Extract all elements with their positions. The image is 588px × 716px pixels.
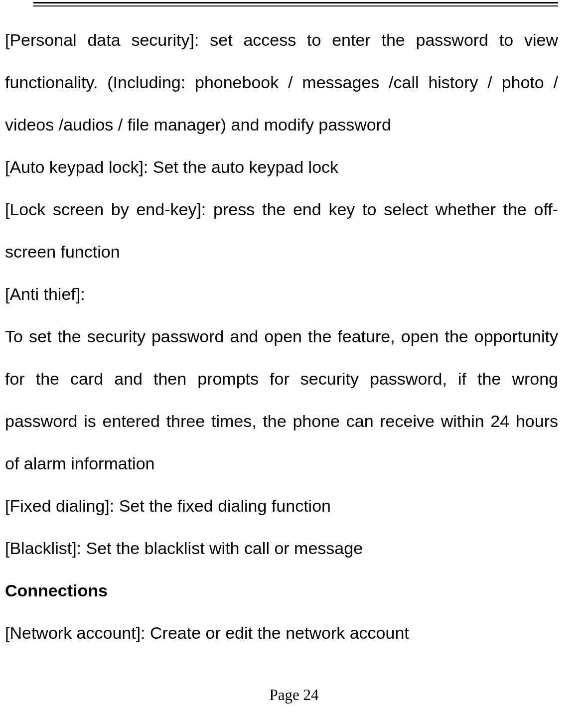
page-content: [Personal data security]: set access to … [5,19,558,654]
page-footer: Page 24 [0,686,588,704]
page-container: [Personal data security]: set access to … [0,2,588,716]
paragraph-anti-thief-desc: To set the security password and open th… [5,315,558,485]
paragraph-network-account: [Network account]: Create or edit the ne… [5,612,558,654]
heading-connections: Connections [5,570,558,612]
paragraph-auto-keypad-lock: [Auto keypad lock]: Set the auto keypad … [5,146,558,188]
paragraph-personal-data-security: [Personal data security]: set access to … [5,19,558,146]
paragraph-anti-thief-label: [Anti thief]: [5,273,558,315]
paragraph-blacklist: [Blacklist]: Set the blacklist with call… [5,527,558,570]
paragraph-lock-screen-end-key: [Lock screen by end-key]: press the end … [5,188,558,273]
paragraph-fixed-dialing: [Fixed dialing]: Set the fixed dialing f… [5,485,558,527]
page-top-border [33,2,558,6]
